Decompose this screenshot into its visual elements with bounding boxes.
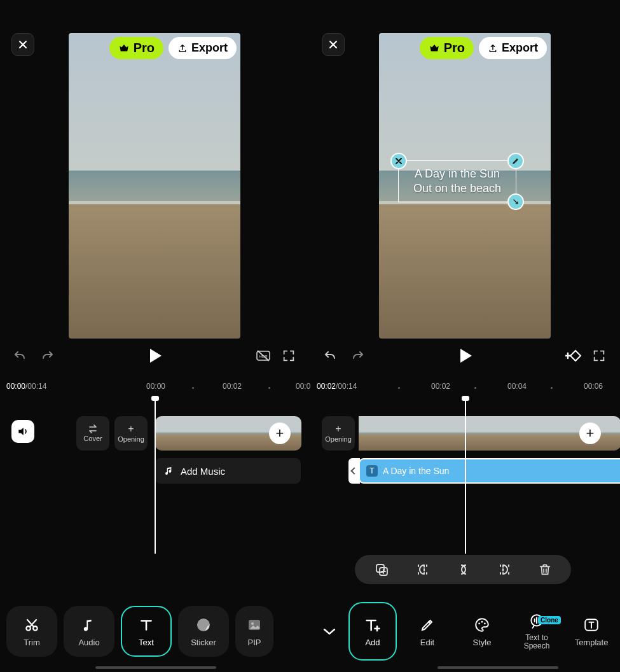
template-tool[interactable]: Template bbox=[567, 606, 616, 657]
timeline[interactable]: + Opening + T A Day in the Sun bbox=[310, 407, 620, 566]
ruler-tick: 00:02 bbox=[223, 382, 242, 391]
overlay-resize-handle[interactable] bbox=[507, 193, 524, 210]
style-tool[interactable]: Style bbox=[458, 606, 506, 657]
tool-label: Trim bbox=[24, 638, 40, 647]
svg-point-3 bbox=[33, 626, 37, 631]
close-button[interactable] bbox=[11, 33, 34, 56]
music-note-icon bbox=[164, 466, 174, 476]
playhead[interactable] bbox=[465, 398, 466, 554]
svg-text:HDR: HDR bbox=[259, 354, 268, 358]
svg-point-11 bbox=[484, 622, 486, 624]
ruler-tick: 00:04 bbox=[507, 382, 527, 391]
split-right-button[interactable] bbox=[497, 563, 513, 577]
playhead[interactable] bbox=[155, 398, 156, 554]
overlay-delete-handle[interactable] bbox=[390, 153, 407, 169]
fullscreen-button[interactable] bbox=[279, 346, 298, 365]
current-time: 00:00 bbox=[6, 382, 25, 391]
play-button[interactable] bbox=[149, 347, 163, 364]
collapse-button[interactable] bbox=[317, 627, 342, 636]
music-icon bbox=[82, 616, 96, 634]
add-text-tool[interactable]: Add bbox=[348, 602, 397, 661]
tool-label: Template bbox=[575, 638, 609, 647]
mute-button[interactable] bbox=[11, 420, 34, 443]
timeline[interactable]: Cover + Opening + Add Music bbox=[0, 407, 310, 566]
ruler-tick: 00:02 bbox=[431, 382, 450, 391]
hdr-toggle[interactable]: HDR bbox=[254, 346, 273, 365]
add-clip-button[interactable]: + bbox=[269, 423, 291, 444]
text-overlay[interactable]: A Day in the Sun Out on the beach bbox=[398, 160, 516, 202]
trim-tool[interactable]: Trim bbox=[6, 606, 57, 657]
text-clip-label: A Day in the Sun bbox=[383, 466, 449, 476]
add-music-label: Add Music bbox=[181, 466, 225, 477]
total-time: /00:14 bbox=[25, 382, 46, 391]
fullscreen-button[interactable] bbox=[589, 346, 609, 365]
overlay-edit-handle[interactable] bbox=[507, 153, 524, 169]
scroll-indicator bbox=[95, 666, 216, 669]
crown-icon bbox=[429, 43, 440, 54]
scroll-indicator bbox=[437, 666, 558, 669]
text-tool[interactable]: Text bbox=[121, 606, 172, 657]
undo-button[interactable] bbox=[320, 346, 340, 365]
duplicate-button[interactable] bbox=[374, 562, 389, 577]
pro-label: Pro bbox=[134, 41, 155, 55]
overlay-line1: A Day in the Sun bbox=[399, 167, 516, 181]
video-preview[interactable]: Pro Export bbox=[69, 33, 240, 339]
redo-button[interactable] bbox=[348, 346, 368, 365]
controls-row bbox=[310, 346, 620, 372]
audio-tool[interactable]: Audio bbox=[64, 606, 114, 657]
upload-icon bbox=[488, 43, 498, 53]
text-icon bbox=[138, 616, 155, 634]
edit-tool[interactable]: Edit bbox=[403, 606, 451, 657]
pro-badge[interactable]: Pro bbox=[109, 37, 163, 59]
ruler-tick: 00:06 bbox=[584, 382, 603, 391]
undo-button[interactable] bbox=[10, 346, 29, 365]
pencil-icon bbox=[420, 616, 435, 634]
pro-badge[interactable]: Pro bbox=[420, 37, 474, 59]
total-time: /00:14 bbox=[336, 382, 357, 391]
redo-button[interactable] bbox=[38, 346, 57, 365]
split-left-button[interactable] bbox=[414, 563, 431, 577]
delete-button[interactable] bbox=[538, 563, 552, 577]
close-button[interactable] bbox=[322, 33, 345, 56]
add-clip-button[interactable]: + bbox=[579, 423, 601, 444]
pip-tool[interactable]: PIP bbox=[235, 606, 273, 657]
bottom-toolbar: Add Edit Style Clone Text to Speech Temp… bbox=[310, 599, 620, 663]
scissors-icon bbox=[24, 616, 40, 634]
overlay-line2: Out on the beach bbox=[399, 181, 516, 196]
add-music-track[interactable]: Add Music bbox=[155, 458, 301, 484]
cover-button[interactable]: Cover bbox=[76, 416, 109, 451]
svg-point-6 bbox=[251, 622, 254, 625]
text-clip[interactable]: T A Day in the Sun bbox=[359, 458, 620, 484]
tool-label: Sticker bbox=[191, 638, 216, 647]
split-button[interactable] bbox=[455, 563, 472, 577]
tool-label: Text bbox=[139, 638, 154, 647]
panel-right-editor: Pro Export A Day in the Sun Out on the b… bbox=[310, 0, 620, 672]
panel-left-editor: Pro Export HDR 00:00/00:14 00:00 00:02 0… bbox=[0, 0, 310, 672]
opening-label: Opening bbox=[325, 435, 352, 443]
tts-tool[interactable]: Clone Text to Speech bbox=[513, 606, 561, 657]
pro-label: Pro bbox=[444, 41, 465, 55]
sticker-icon bbox=[195, 616, 212, 634]
opening-label: Opening bbox=[118, 435, 144, 443]
tool-label: PIP bbox=[248, 638, 261, 647]
export-button[interactable]: Export bbox=[479, 37, 547, 59]
time-ruler: 00:02/00:14 00:02 00:04 00:06 bbox=[317, 382, 614, 395]
text-add-icon bbox=[364, 616, 382, 634]
opening-button[interactable]: + Opening bbox=[322, 416, 355, 451]
keyframe-button[interactable] bbox=[564, 346, 583, 365]
plus-icon: + bbox=[128, 424, 134, 434]
text-clip-icon: T bbox=[366, 465, 378, 477]
opening-button[interactable]: + Opening bbox=[114, 416, 148, 451]
tool-label: Edit bbox=[420, 638, 434, 647]
tool-label: Add bbox=[365, 638, 380, 647]
export-button[interactable]: Export bbox=[169, 37, 237, 59]
play-button[interactable] bbox=[459, 347, 473, 364]
tool-label: Text to Speech bbox=[524, 634, 550, 650]
export-label: Export bbox=[191, 41, 228, 55]
bottom-toolbar: Trim Audio Text Sticker PIP bbox=[0, 599, 310, 663]
ruler-tick: 00:00 bbox=[146, 382, 165, 391]
cover-label: Cover bbox=[83, 435, 102, 442]
sticker-tool[interactable]: Sticker bbox=[178, 606, 229, 657]
export-label: Export bbox=[502, 41, 538, 55]
crown-icon bbox=[118, 43, 130, 54]
